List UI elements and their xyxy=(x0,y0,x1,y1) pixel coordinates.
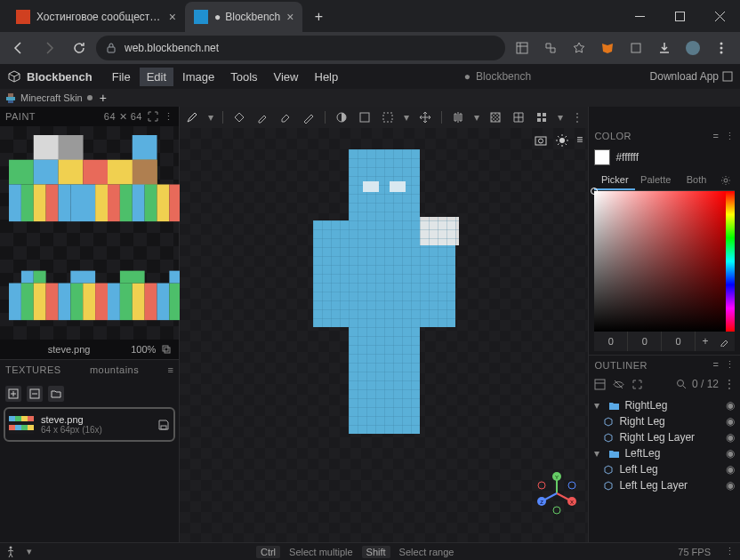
textures-menu-icon[interactable]: ≡ xyxy=(167,364,173,375)
fill-tool-icon[interactable] xyxy=(232,110,246,124)
menu-help[interactable]: Help xyxy=(308,68,346,86)
selection-tool-icon[interactable] xyxy=(381,110,395,124)
mirror-dropdown-icon[interactable]: ▾ xyxy=(474,111,479,124)
screenshot-icon[interactable] xyxy=(534,133,548,148)
browser-menu-icon[interactable] xyxy=(708,35,735,61)
color-hex[interactable]: #ffffff xyxy=(615,151,639,164)
grid-icon[interactable] xyxy=(511,110,526,124)
color-menu-icon[interactable]: ⋮ xyxy=(725,131,736,142)
sv-plane[interactable] xyxy=(594,191,726,332)
layout-dropdown-icon[interactable]: ▾ xyxy=(558,111,563,124)
ext-download-icon[interactable] xyxy=(651,35,678,61)
save-texture-icon[interactable] xyxy=(157,419,170,431)
ext-metamask-icon[interactable] xyxy=(594,35,621,61)
selection-dropdown-icon[interactable]: ▾ xyxy=(404,111,409,124)
menu-view[interactable]: View xyxy=(267,68,306,86)
visibility-icon[interactable]: ◉ xyxy=(726,415,735,428)
status-overflow-icon[interactable]: ⋮ xyxy=(725,546,735,557)
uv-canvas[interactable] xyxy=(0,126,179,340)
pose-dropdown-icon[interactable]: ▾ xyxy=(27,546,32,557)
picker-settings-icon[interactable] xyxy=(717,171,735,190)
outliner-btn-1[interactable] xyxy=(594,379,606,390)
move-tool-icon[interactable] xyxy=(418,110,432,124)
texture-item[interactable]: steve.png 64 x 64px (16x) xyxy=(4,407,175,442)
orientation-gizmo[interactable]: Y X Z xyxy=(535,471,579,516)
download-app-button[interactable]: Download App xyxy=(650,70,733,83)
tree-cube-leftleg[interactable]: Left Leg ◉ xyxy=(591,461,738,477)
rgb-eyedrop-icon[interactable] xyxy=(715,332,735,351)
url-bar[interactable]: web.blockbench.net xyxy=(96,36,505,60)
ext-icon-1[interactable] xyxy=(509,35,535,61)
folder-texture-button[interactable] xyxy=(48,386,64,402)
chevron-down-icon[interactable]: ▾ xyxy=(594,399,605,412)
nav-back[interactable] xyxy=(5,35,32,61)
tree-cube-rightleg[interactable]: Right Leg ◉ xyxy=(591,413,738,429)
rgb-add-icon[interactable]: + xyxy=(696,332,715,351)
visibility-icon[interactable]: ◉ xyxy=(726,463,735,476)
tree-group-leftleg[interactable]: ▾ LeftLeg ◉ xyxy=(591,445,738,461)
picker-tab-picker[interactable]: Picker xyxy=(594,171,635,190)
visibility-icon[interactable]: ◉ xyxy=(726,447,735,460)
menu-edit[interactable]: Edit xyxy=(140,68,173,86)
tab-close-1[interactable]: × xyxy=(286,10,294,24)
app-logo[interactable]: Blockbench xyxy=(7,69,92,84)
new-tab-button[interactable]: + xyxy=(306,4,331,29)
vp-menu-icon[interactable]: ≡ xyxy=(576,133,583,148)
tree-group-rightleg[interactable]: ▾ RightLeg ◉ xyxy=(591,397,738,413)
nav-reload[interactable] xyxy=(66,35,92,61)
paint-menu-icon[interactable]: ⋮ xyxy=(164,111,174,123)
pose-icon[interactable] xyxy=(5,546,18,558)
import-texture-button[interactable] xyxy=(27,386,43,402)
tree-cube-rightleg-layer[interactable]: Right Leg Layer ◉ xyxy=(591,429,738,445)
outliner-eq-icon[interactable]: = xyxy=(713,359,720,371)
ext-translate-icon[interactable] xyxy=(537,35,564,61)
picker-tab-both[interactable]: Both xyxy=(676,171,717,190)
shape-tool-icon[interactable] xyxy=(358,110,372,124)
visibility-icon[interactable]: ◉ xyxy=(726,431,735,444)
toolbar-overflow-icon[interactable]: ⋮ xyxy=(572,111,583,124)
visibility-icon[interactable]: ◉ xyxy=(726,479,735,492)
outliner-hide-icon[interactable] xyxy=(613,379,624,390)
fullscreen-icon[interactable] xyxy=(148,111,158,123)
picker-tab-palette[interactable]: Palette xyxy=(635,171,676,190)
gradient-tool-icon[interactable] xyxy=(334,110,349,124)
outliner-expand-icon[interactable] xyxy=(631,379,643,390)
3d-viewport[interactable]: ≡ xyxy=(180,128,588,542)
color-eq-icon[interactable]: = xyxy=(713,131,720,142)
eyedropper-tool-icon[interactable] xyxy=(255,110,269,124)
menu-image[interactable]: Image xyxy=(175,68,221,86)
chevron-down-icon[interactable]: ▾ xyxy=(594,447,605,460)
browser-tab-0[interactable]: Хостинговое сообщество «Tin × xyxy=(7,2,185,32)
layout-icon[interactable] xyxy=(535,110,549,124)
brush-tool-icon[interactable] xyxy=(185,110,199,124)
outliner-search-icon[interactable] xyxy=(676,379,687,389)
brush-dropdown-icon[interactable]: ▾ xyxy=(208,111,213,124)
add-texture-button[interactable] xyxy=(5,386,21,402)
ext-icon-5[interactable] xyxy=(623,35,649,61)
browser-tab-1[interactable]: ● Blockbench × xyxy=(185,2,302,32)
window-close[interactable] xyxy=(700,0,740,32)
hue-slider[interactable] xyxy=(726,191,735,332)
lock-alpha-icon[interactable] xyxy=(488,110,503,124)
light-icon[interactable] xyxy=(555,133,569,148)
new-project-button[interactable]: + xyxy=(100,91,107,105)
project-tab[interactable]: Minecraft Skin xyxy=(5,92,92,103)
menu-tools[interactable]: Tools xyxy=(223,68,264,86)
window-minimize[interactable] xyxy=(620,0,660,32)
outliner-menu-icon[interactable]: ⋮ xyxy=(725,359,736,371)
ext-bookmark-icon[interactable] xyxy=(566,35,592,61)
outliner-overflow-icon[interactable]: ⋮ xyxy=(724,378,735,390)
rgb-b[interactable]: 0 xyxy=(662,332,696,351)
eraser-tool-icon[interactable] xyxy=(278,110,293,124)
tree-cube-leftleg-layer[interactable]: Left Leg Layer ◉ xyxy=(591,477,738,493)
rgb-g[interactable]: 0 xyxy=(628,332,662,351)
visibility-icon[interactable]: ◉ xyxy=(726,399,735,412)
draw-tool-icon[interactable] xyxy=(302,110,316,124)
mirror-tool-icon[interactable] xyxy=(451,110,465,124)
window-maximize[interactable] xyxy=(660,0,700,32)
app-tab-label[interactable]: Blockbench xyxy=(476,70,531,83)
menu-file[interactable]: File xyxy=(105,68,138,86)
ext-profile-icon[interactable] xyxy=(680,35,706,61)
rgb-r[interactable]: 0 xyxy=(594,332,628,351)
color-swatch[interactable] xyxy=(594,149,610,165)
